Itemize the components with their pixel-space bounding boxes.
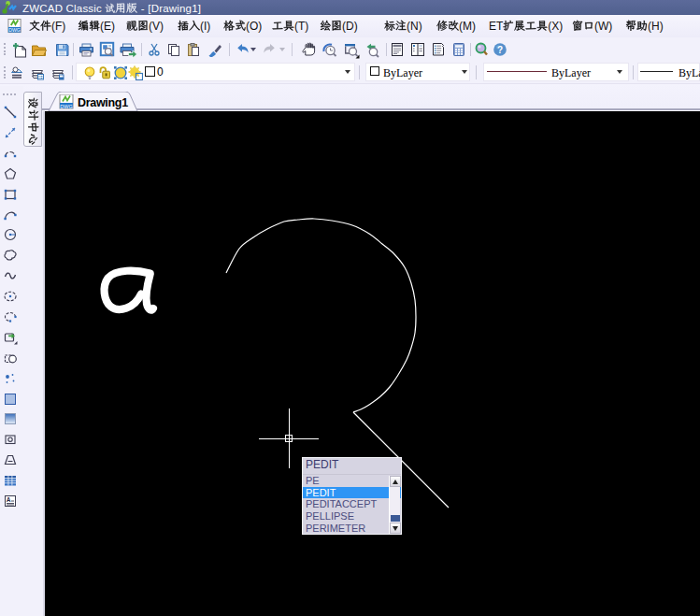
- svg-text:A: A: [7, 496, 11, 503]
- svg-text:DWG: DWG: [60, 104, 72, 109]
- svg-text:?: ?: [497, 45, 503, 55]
- svg-text:DWG: DWG: [8, 27, 21, 33]
